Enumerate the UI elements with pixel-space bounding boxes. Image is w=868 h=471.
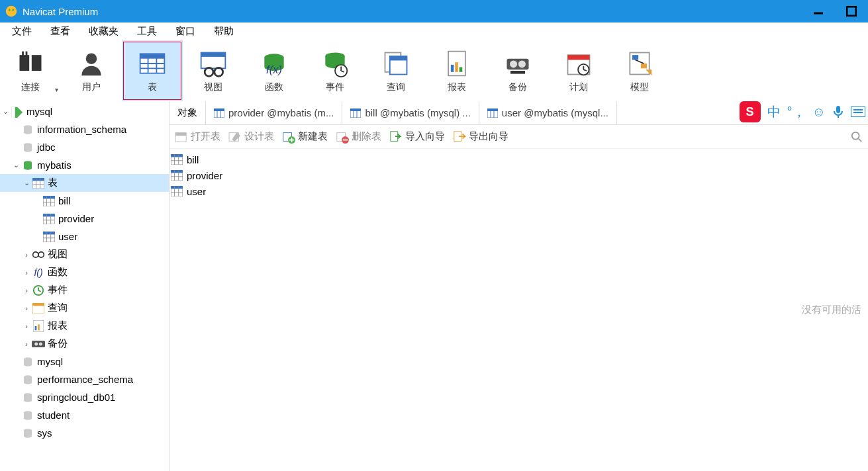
menu-help[interactable]: 帮助 xyxy=(205,24,243,39)
tree-twist-icon[interactable]: › xyxy=(21,251,32,259)
ime-voice-icon[interactable] xyxy=(832,105,844,118)
tree-node-label: student xyxy=(37,409,70,421)
svg-rect-5 xyxy=(20,55,30,71)
tree-db-mybatis[interactable]: ⌄mybatis xyxy=(0,156,169,174)
tree-group-view[interactable]: ›视图 xyxy=(0,245,169,263)
toolbar-plug-button[interactable]: 连接 ▾ xyxy=(0,40,61,101)
list-item[interactable]: bill xyxy=(171,151,867,167)
tree-group-table[interactable]: ⌄表 xyxy=(0,174,169,192)
toolbar-label: 备份 xyxy=(508,81,527,93)
tab-objects[interactable]: 对象 xyxy=(169,101,206,125)
toolbar-model-button[interactable]: 模型 xyxy=(609,40,670,101)
table-list[interactable]: billprovideruser xyxy=(169,149,868,202)
tab-label: 对象 xyxy=(177,107,197,119)
action-delete-button[interactable]: 删除表 xyxy=(336,130,381,144)
tree-twist-icon[interactable]: › xyxy=(21,322,32,330)
tree-db-springcloud_db01[interactable]: springcloud_db01 xyxy=(0,388,169,406)
toolbar-user-button[interactable]: 用户 xyxy=(61,40,122,101)
tree-twist-icon[interactable]: › xyxy=(21,286,32,294)
svg-rect-6 xyxy=(32,55,42,71)
tree-db-student[interactable]: student xyxy=(0,406,169,424)
action-export-button[interactable]: 导出向导 xyxy=(453,130,508,144)
table-icon xyxy=(350,108,361,118)
action-open-button[interactable]: 打开表 xyxy=(175,130,220,144)
svg-rect-67 xyxy=(43,232,55,234)
event-icon xyxy=(320,48,350,79)
tab-user[interactable]: user @mybatis (mysql... xyxy=(479,101,617,125)
tree-group-backup[interactable]: ›备份 xyxy=(0,335,169,353)
tree-twist-icon[interactable]: › xyxy=(21,304,32,312)
toolbar-schedule-button[interactable]: 计划 xyxy=(548,40,609,101)
svg-rect-52 xyxy=(32,178,44,181)
svg-rect-8 xyxy=(26,52,28,56)
info-panel-text: 没有可用的活 xyxy=(802,304,861,316)
tree-twist-icon[interactable]: ⌄ xyxy=(21,179,32,187)
tree-node-label: springcloud_db01 xyxy=(37,392,115,403)
list-item[interactable]: user xyxy=(171,183,867,199)
toolbar-query-button[interactable]: 查询 xyxy=(365,40,426,101)
toolbar-event-button[interactable]: 事件 xyxy=(305,40,365,101)
tree-db-sys[interactable]: sys xyxy=(0,424,169,442)
svg-point-2 xyxy=(12,9,14,11)
menu-view[interactable]: 查看 xyxy=(41,24,79,39)
svg-rect-80 xyxy=(38,324,40,330)
svg-rect-11 xyxy=(140,54,165,58)
action-design-button[interactable]: 设计表 xyxy=(228,130,274,144)
search-button[interactable] xyxy=(851,131,863,143)
ime-keyboard-icon[interactable] xyxy=(851,107,865,117)
action-label: 导出向导 xyxy=(469,130,508,143)
menu-window[interactable]: 窗口 xyxy=(166,24,205,39)
tree-node-label: 视图 xyxy=(48,248,68,261)
action-import-button[interactable]: 导入向导 xyxy=(389,130,445,144)
maximize-button[interactable] xyxy=(835,0,868,22)
tree-group-event[interactable]: ›事件 xyxy=(0,281,169,299)
table-icon xyxy=(214,108,224,118)
tree-node-icon xyxy=(21,391,34,404)
tree-node-label: sys xyxy=(37,427,52,439)
tree-table-provider[interactable]: provider xyxy=(0,210,169,228)
tree-group-fx[interactable]: ›f()函数 xyxy=(0,263,169,281)
tree-group-report[interactable]: ›报表 xyxy=(0,317,169,335)
tab-bill[interactable]: bill @mybatis (mysql) ... xyxy=(342,101,479,125)
ime-punct-icon[interactable]: °， xyxy=(787,103,806,121)
tree-node-label: provider xyxy=(58,213,94,224)
menu-tools[interactable]: 工具 xyxy=(128,24,166,39)
minimize-button[interactable] xyxy=(802,0,835,22)
tree-table-bill[interactable]: bill xyxy=(0,192,169,210)
tree-group-query[interactable]: ›查询 xyxy=(0,299,169,317)
action-new-button[interactable]: 新建表 xyxy=(282,130,328,144)
tree-table-user[interactable]: user xyxy=(0,228,169,245)
toolbar-fx-button[interactable]: f(x) 函数 xyxy=(244,40,305,101)
svg-point-1 xyxy=(9,9,11,11)
tree-db-mysql[interactable]: mysql xyxy=(0,353,169,370)
toolbar-backup-button[interactable]: 备份 xyxy=(487,40,548,101)
tree-twist-icon[interactable]: ⌄ xyxy=(11,161,21,169)
tree-twist-icon[interactable]: › xyxy=(21,340,32,348)
info-panel: 没有可用的活 xyxy=(795,149,868,471)
tree-twist-icon[interactable]: ⌄ xyxy=(0,107,11,116)
tree-db-information_schema[interactable]: information_schema xyxy=(0,120,169,138)
toolbar-view-button[interactable]: 视图 xyxy=(183,40,244,101)
ime-lang-indicator[interactable]: 中 xyxy=(767,103,781,121)
tree-node-icon xyxy=(32,302,45,315)
svg-point-0 xyxy=(6,6,17,17)
tree-twist-icon[interactable]: › xyxy=(21,269,32,277)
table-icon xyxy=(137,48,168,79)
menu-favorites[interactable]: 收藏夹 xyxy=(79,24,128,39)
tree-connection-mysql[interactable]: ⌄mysql xyxy=(0,103,169,120)
tree-db-performance_schema[interactable]: performance_schema xyxy=(0,370,169,388)
svg-rect-44 xyxy=(632,55,638,60)
toolbar-table-button[interactable]: 表 xyxy=(122,40,183,101)
connection-tree[interactable]: ⌄mysqlinformation_schemajdbc⌄mybatis⌄表bi… xyxy=(0,101,169,471)
list-item[interactable]: provider xyxy=(171,167,867,183)
tree-node-label: 表 xyxy=(48,177,58,189)
toolbar-report-button[interactable]: 报表 xyxy=(426,40,487,101)
menu-file[interactable]: 文件 xyxy=(3,24,41,39)
chevron-down-icon: ▾ xyxy=(55,86,58,93)
tree-db-jdbc[interactable]: jdbc xyxy=(0,138,169,156)
ime-emoji-icon[interactable]: ☺ xyxy=(812,105,826,120)
svg-line-119 xyxy=(859,138,862,142)
tab-provider[interactable]: provider @mybatis (m... xyxy=(206,101,342,125)
tree-node-icon: f() xyxy=(32,266,45,279)
sogou-ime-icon[interactable]: S xyxy=(740,101,761,122)
